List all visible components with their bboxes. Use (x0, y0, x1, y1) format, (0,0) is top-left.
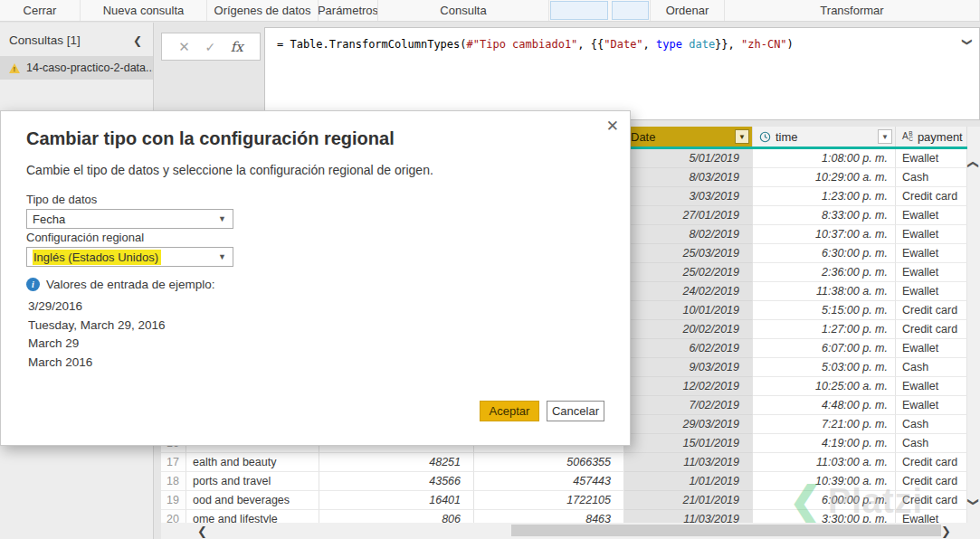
formula-cancel-icon[interactable]: ✕ (178, 39, 190, 55)
cell-date[interactable]: 20/02/2019 (624, 320, 753, 339)
column-header-time[interactable]: time ▼ (753, 127, 896, 147)
cell-time[interactable]: 11:03:00 a. m. (753, 453, 896, 472)
scroll-down-icon[interactable]: ❯ (967, 496, 980, 507)
cell-time[interactable]: 6:00:00 p. m. (753, 491, 896, 510)
cell-payment[interactable]: Ewallet (896, 225, 967, 244)
cell-quantity[interactable]: 16401 (319, 491, 474, 510)
cell-time[interactable]: 1:23:00 p. m. (753, 187, 896, 206)
ribbon-highlighted-box-1[interactable] (550, 1, 608, 20)
cell-time[interactable]: 2:36:00 p. m. (753, 263, 896, 282)
cell-time[interactable]: 11:38:00 a. m. (753, 282, 896, 301)
cell-time[interactable]: 8:33:00 p. m. (753, 206, 896, 225)
cell-time[interactable]: 10:39:00 a. m. (753, 472, 896, 491)
time-filter-dropdown-icon[interactable]: ▼ (878, 129, 892, 144)
row-number[interactable]: 17 (161, 453, 186, 472)
cell-category[interactable]: ood and beverages (186, 491, 319, 510)
cell-date[interactable]: 7/02/2019 (624, 396, 753, 415)
cell-payment[interactable]: Ewallet (896, 149, 967, 168)
cell-time[interactable]: 6:07:00 p. m. (753, 339, 896, 358)
formula-input[interactable]: = Table.TransformColumnTypes(#"Tipo camb… (264, 27, 980, 120)
datatype-select[interactable]: Fecha ▼ (26, 209, 233, 229)
cell-time[interactable]: 7:21:00 p. m. (753, 415, 896, 434)
cell-amount[interactable]: 1722105 (474, 491, 624, 510)
formula-collapse-icon[interactable]: ❮ (960, 38, 972, 46)
cell-date[interactable]: 5/01/2019 (624, 149, 753, 168)
ribbon-group-transformar[interactable]: Transformar (725, 0, 980, 21)
vertical-scrollbar[interactable]: ❮ ❯ (967, 127, 980, 539)
fx-icon[interactable]: fx (231, 39, 243, 55)
cell-date[interactable]: 9/03/2019 (624, 358, 753, 377)
close-icon[interactable]: ✕ (606, 117, 619, 136)
cell-payment[interactable]: Credit card (896, 320, 967, 339)
accept-button[interactable]: Aceptar (480, 401, 539, 421)
cell-time[interactable]: 10:25:00 a. m. (753, 377, 896, 396)
column-header-date[interactable]: Date ▼ (624, 127, 753, 147)
cell-time[interactable]: 10:37:00 a. m. (753, 225, 896, 244)
cell-date[interactable]: 24/02/2019 (624, 282, 753, 301)
cell-quantity[interactable]: 43566 (319, 472, 474, 491)
locale-select[interactable]: Inglés (Estados Unidos) ▼ (26, 247, 233, 267)
cell-payment[interactable]: Ewallet (896, 282, 967, 301)
cell-quantity[interactable]: 48251 (319, 453, 474, 472)
ribbon-group-cerrar[interactable]: Cerrar (0, 0, 81, 21)
cell-payment[interactable]: Ewallet (896, 244, 967, 263)
cell-amount[interactable]: 5066355 (474, 453, 624, 472)
cell-date[interactable]: 12/02/2019 (624, 377, 753, 396)
cell-category[interactable]: ealth and beauty (186, 453, 319, 472)
cell-date[interactable]: 10/01/2019 (624, 301, 753, 320)
cell-date[interactable]: 11/03/2019 (624, 453, 753, 472)
cell-time[interactable]: 5:03:00 p. m. (753, 358, 896, 377)
scroll-up-icon[interactable]: ❮ (967, 159, 980, 170)
cell-payment[interactable]: Credit card (896, 491, 967, 510)
cell-payment[interactable]: Credit card (896, 472, 967, 491)
cell-time[interactable]: 6:30:00 p. m. (753, 244, 896, 263)
ribbon-group-or-genes-de-datos[interactable]: Orígenes de datos (207, 0, 319, 21)
cell-date[interactable]: 21/01/2019 (624, 491, 753, 510)
cell-payment[interactable]: Ewallet (896, 206, 967, 225)
cell-payment[interactable]: Ewallet (896, 377, 967, 396)
cancel-button[interactable]: Cancelar (547, 401, 604, 421)
cell-payment[interactable]: Credit card (896, 301, 967, 320)
cell-time[interactable]: 5:15:00 p. m. (753, 301, 896, 320)
cell-payment[interactable]: Ewallet (896, 339, 967, 358)
ribbon-highlighted-box-2[interactable] (612, 1, 649, 20)
row-number[interactable]: 19 (161, 491, 186, 510)
cell-date[interactable]: 15/01/2019 (624, 434, 753, 453)
cell-payment[interactable]: Ewallet (896, 263, 967, 282)
ribbon-group-consulta[interactable]: Consulta (378, 0, 549, 21)
cell-date[interactable]: 25/03/2019 (624, 244, 753, 263)
collapse-panel-icon[interactable]: ❮ (133, 34, 142, 47)
cell-category[interactable]: ports and travel (186, 472, 319, 491)
cell-date[interactable]: 29/03/2019 (624, 415, 753, 434)
cell-time[interactable]: 1:08:00 p. m. (753, 149, 896, 168)
ribbon-group-ordenar[interactable]: Ordenar (651, 0, 725, 21)
column-header-payment[interactable]: ABC payment (896, 127, 967, 147)
cell-payment[interactable]: Cash (896, 415, 967, 434)
date-filter-dropdown-icon[interactable]: ▼ (735, 129, 749, 144)
cell-payment[interactable]: Cash (896, 434, 967, 453)
query-list-item[interactable]: ! 14-caso-practico-2-data... (0, 56, 153, 80)
cell-date[interactable]: 1/01/2019 (624, 472, 753, 491)
ribbon-group-nueva-consulta[interactable]: Nueva consulta (81, 0, 207, 21)
cell-date[interactable]: 3/03/2019 (624, 187, 753, 206)
cell-time[interactable]: 1:27:00 p. m. (753, 320, 896, 339)
cell-amount[interactable]: 457443 (474, 472, 624, 491)
cell-date[interactable]: 25/02/2019 (624, 263, 753, 282)
cell-date[interactable]: 6/02/2019 (624, 339, 753, 358)
cell-time[interactable]: 4:19:00 p. m. (753, 434, 896, 453)
formula-commit-icon[interactable]: ✓ (205, 40, 215, 54)
horizontal-scrollbar-thumb[interactable] (511, 525, 941, 536)
cell-time[interactable]: 4:48:00 p. m. (753, 396, 896, 415)
cell-payment[interactable]: Cash (896, 168, 967, 187)
horizontal-scrollbar[interactable]: ❮ ❯ (161, 523, 967, 539)
scroll-left-icon[interactable]: ❮ (197, 525, 207, 538)
cell-payment[interactable]: Cash (896, 358, 967, 377)
ribbon-group-par-metros[interactable]: Parámetros (319, 0, 378, 21)
row-number[interactable]: 18 (161, 472, 186, 491)
cell-payment[interactable]: Ewallet (896, 396, 967, 415)
scroll-right-icon[interactable]: ❯ (941, 525, 951, 538)
cell-date[interactable]: 8/02/2019 (624, 225, 753, 244)
cell-date[interactable]: 27/01/2019 (624, 206, 753, 225)
cell-date[interactable]: 8/03/2019 (624, 168, 753, 187)
cell-payment[interactable]: Credit card (896, 187, 967, 206)
